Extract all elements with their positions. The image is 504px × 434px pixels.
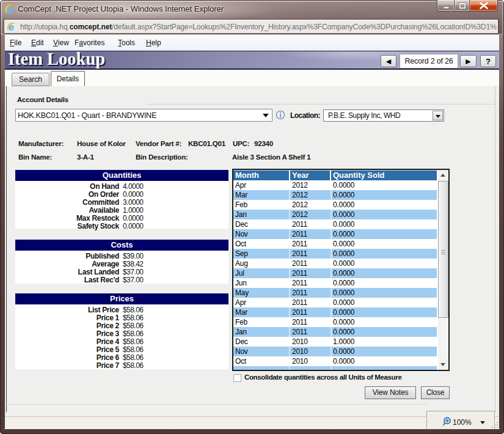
svg-text:e: e: [9, 21, 14, 32]
svg-text:e: e: [7, 3, 14, 15]
